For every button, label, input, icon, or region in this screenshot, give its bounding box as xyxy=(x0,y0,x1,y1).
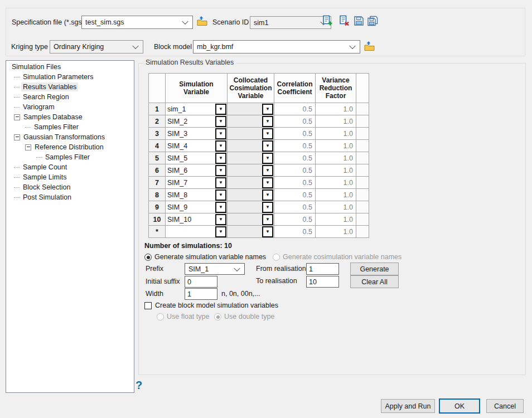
variance-reduction-cell[interactable]: 1.0 xyxy=(316,152,356,164)
tree-item[interactable]: Variogram xyxy=(6,102,134,112)
dropdown-button[interactable] xyxy=(262,116,273,127)
dropdown-button[interactable] xyxy=(262,189,273,201)
dropdown-button[interactable] xyxy=(215,177,226,188)
dropdown-button[interactable] xyxy=(262,165,273,176)
cosim-variable-cell[interactable] xyxy=(228,103,274,115)
dropdown-button[interactable] xyxy=(262,128,273,139)
tree-expander-icon[interactable] xyxy=(14,134,20,140)
tree-expander-icon[interactable] xyxy=(25,127,31,128)
dropdown-button[interactable] xyxy=(262,153,273,164)
tree-expander-icon[interactable] xyxy=(14,167,20,168)
correlation-coefficient-cell[interactable]: 0.5 xyxy=(274,201,316,213)
tree-expander-icon[interactable] xyxy=(14,187,20,188)
variance-reduction-cell[interactable]: 1.0 xyxy=(316,226,356,238)
dropdown-button[interactable] xyxy=(215,128,226,139)
to-realisation-input[interactable] xyxy=(306,276,339,288)
variance-reduction-cell[interactable]: 1.0 xyxy=(316,201,356,213)
correlation-coefficient-cell[interactable]: 0.5 xyxy=(274,226,316,238)
tree-expander-icon[interactable] xyxy=(14,197,20,198)
correlation-coefficient-cell[interactable]: 0.5 xyxy=(274,177,316,189)
dropdown-button[interactable] xyxy=(215,104,226,115)
tree-item[interactable]: Samples Database xyxy=(6,112,134,122)
simulation-variable-cell[interactable]: SIM_4 xyxy=(166,140,228,152)
dropdown-button[interactable] xyxy=(262,226,273,237)
simulation-variable-cell[interactable]: SIM_2 xyxy=(166,115,228,128)
use-float-type-radio[interactable] xyxy=(157,313,164,320)
cosim-variable-cell[interactable] xyxy=(228,201,274,213)
save-scenario-as-button[interactable] xyxy=(367,15,378,26)
tree-item[interactable]: Samples Filter xyxy=(6,152,134,162)
tree-item[interactable]: Gaussian Transformations xyxy=(6,132,134,142)
tree-expander-icon[interactable] xyxy=(25,144,31,150)
dropdown-button[interactable] xyxy=(262,104,273,115)
correlation-coefficient-cell[interactable]: 0.5 xyxy=(274,128,316,140)
tree-expander-icon[interactable] xyxy=(14,87,20,88)
block-model-combobox[interactable]: mb_kgr.bmf xyxy=(193,40,360,54)
prefix-combobox[interactable]: SIM_1 xyxy=(185,263,245,275)
width-input[interactable] xyxy=(185,288,217,300)
tree-item[interactable]: Block Selection xyxy=(6,182,134,192)
correlation-coefficient-cell[interactable]: 0.5 xyxy=(274,213,316,226)
from-realisation-input[interactable] xyxy=(306,263,339,275)
correlation-coefficient-cell[interactable]: 0.5 xyxy=(274,115,316,128)
tree-expander-icon[interactable] xyxy=(14,77,20,77)
simulation-variable-cell[interactable]: SIM_5 xyxy=(166,152,228,164)
dropdown-button[interactable] xyxy=(262,202,273,213)
tree-item[interactable]: Simulation Parameters xyxy=(6,72,134,82)
variance-reduction-cell[interactable]: 1.0 xyxy=(316,115,356,128)
variance-reduction-cell[interactable]: 1.0 xyxy=(316,128,356,140)
dropdown-button[interactable] xyxy=(262,214,273,225)
dropdown-button[interactable] xyxy=(215,214,226,225)
cancel-button[interactable]: Cancel xyxy=(486,399,524,413)
tree-expander-icon[interactable] xyxy=(36,157,42,158)
new-scenario-button[interactable] xyxy=(322,15,333,26)
simulation-variable-cell[interactable]: SIM_8 xyxy=(166,189,228,201)
generate-simulation-names-radio[interactable] xyxy=(144,254,152,261)
variance-reduction-cell[interactable]: 1.0 xyxy=(316,103,356,115)
simulation-variable-cell[interactable]: SIM_3 xyxy=(166,128,228,140)
tree-expander-icon[interactable] xyxy=(14,114,20,120)
tree-item[interactable]: Results Variables xyxy=(6,82,134,92)
cosim-variable-cell[interactable] xyxy=(228,189,274,201)
dropdown-button[interactable] xyxy=(262,177,273,188)
use-double-type-radio[interactable] xyxy=(214,313,221,320)
variance-reduction-cell[interactable]: 1.0 xyxy=(316,189,356,201)
simulation-variable-cell[interactable]: SIM_7 xyxy=(166,177,228,189)
simulation-variable-cell[interactable]: SIM_6 xyxy=(166,164,228,177)
delete-scenario-button[interactable] xyxy=(338,15,350,26)
dropdown-button[interactable] xyxy=(215,116,226,127)
variance-reduction-cell[interactable]: 1.0 xyxy=(316,140,356,152)
dropdown-button[interactable] xyxy=(215,189,226,201)
save-scenario-button[interactable] xyxy=(353,15,364,26)
cosim-variable-cell[interactable] xyxy=(228,226,274,238)
simulation-variable-cell[interactable]: SIM_9 xyxy=(166,201,228,213)
simulation-variable-cell[interactable] xyxy=(166,226,228,238)
dropdown-button[interactable] xyxy=(215,165,226,176)
variance-reduction-cell[interactable]: 1.0 xyxy=(316,164,356,177)
generate-button[interactable]: Generate xyxy=(350,263,399,275)
cosim-variable-cell[interactable] xyxy=(228,115,274,128)
tree-expander-icon[interactable] xyxy=(14,97,20,98)
cosim-variable-cell[interactable] xyxy=(228,213,274,226)
dropdown-button[interactable] xyxy=(215,226,226,237)
dropdown-button[interactable] xyxy=(215,202,226,213)
cosim-variable-cell[interactable] xyxy=(228,152,274,164)
dropdown-button[interactable] xyxy=(215,153,226,164)
simulation-variable-cell[interactable]: sim_1 xyxy=(166,103,228,115)
tree-item[interactable]: Post Simulation xyxy=(6,192,134,202)
cosim-variable-cell[interactable] xyxy=(228,177,274,189)
tree-expander-icon[interactable] xyxy=(14,177,20,178)
browse-spec-file-button[interactable] xyxy=(196,16,208,26)
correlation-coefficient-cell[interactable]: 0.5 xyxy=(274,152,316,164)
help-button[interactable]: ? xyxy=(136,379,142,392)
generate-cosimulation-names-radio[interactable] xyxy=(273,254,280,261)
dropdown-button[interactable] xyxy=(262,140,273,152)
cosim-variable-cell[interactable] xyxy=(228,128,274,140)
tree-item[interactable]: Sample Limits xyxy=(6,172,134,182)
tree-item[interactable]: Search Region xyxy=(6,92,134,102)
correlation-coefficient-cell[interactable]: 0.5 xyxy=(274,103,316,115)
variance-reduction-cell[interactable]: 1.0 xyxy=(316,213,356,226)
tree-item[interactable]: Sample Count xyxy=(6,162,134,172)
correlation-coefficient-cell[interactable]: 0.5 xyxy=(274,140,316,152)
cosim-variable-cell[interactable] xyxy=(228,164,274,177)
